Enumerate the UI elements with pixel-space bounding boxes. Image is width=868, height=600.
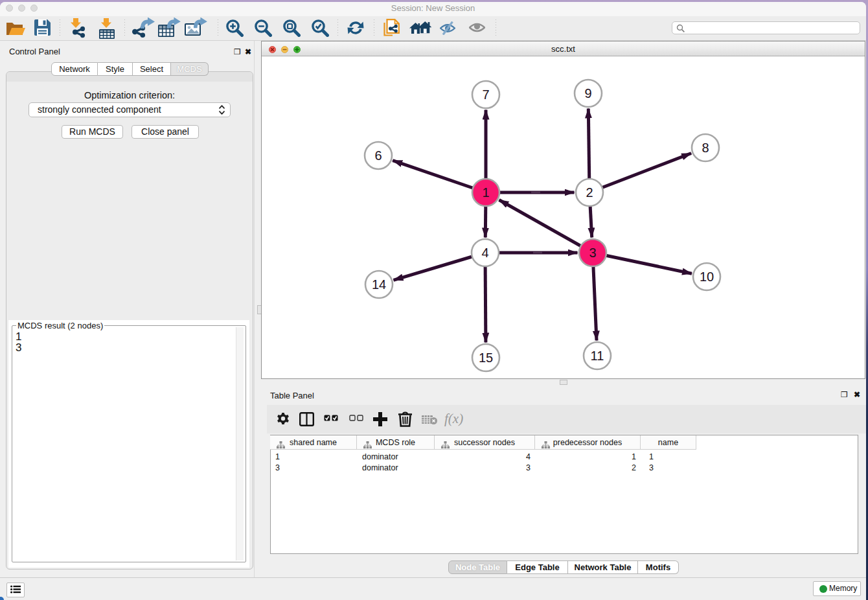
- svg-text:1: 1: [482, 185, 489, 200]
- svg-text:10: 10: [700, 270, 714, 284]
- svg-text:2: 2: [586, 185, 593, 200]
- svg-text:7: 7: [482, 87, 489, 102]
- svg-text:3: 3: [589, 246, 596, 260]
- svg-text:4: 4: [481, 246, 488, 260]
- svg-text:8: 8: [702, 141, 709, 155]
- svg-text:9: 9: [584, 86, 591, 100]
- svg-text:14: 14: [372, 277, 386, 292]
- svg-text:11: 11: [591, 349, 604, 363]
- svg-text:15: 15: [479, 351, 493, 365]
- svg-text:6: 6: [374, 148, 382, 163]
